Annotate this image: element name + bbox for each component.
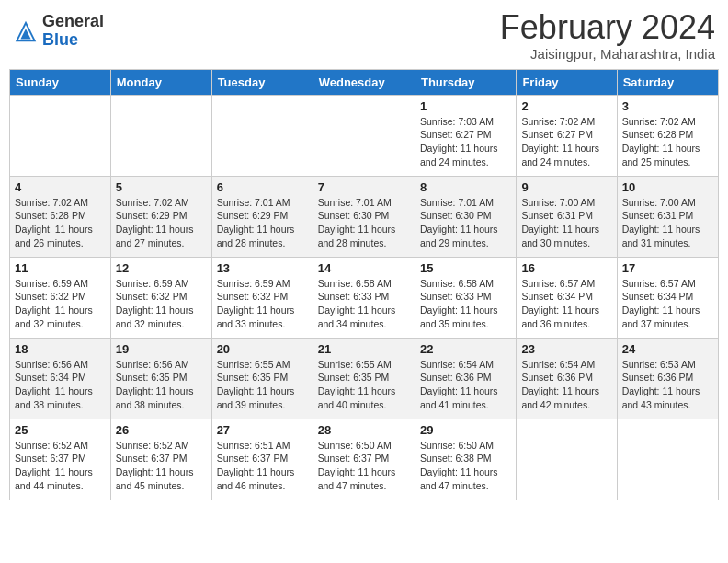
day-info: Sunrise: 7:00 AMSunset: 6:31 PMDaylight:… — [521, 196, 611, 250]
day-info: Sunrise: 7:01 AMSunset: 6:29 PMDaylight:… — [217, 196, 308, 250]
day-info: Sunrise: 6:56 AMSunset: 6:34 PMDaylight:… — [15, 358, 106, 412]
calendar-cell: 18Sunrise: 6:56 AMSunset: 6:34 PMDayligh… — [10, 338, 111, 419]
calendar-cell: 28Sunrise: 6:50 AMSunset: 6:37 PMDayligh… — [313, 419, 415, 500]
day-number: 22 — [420, 342, 511, 356]
calendar-header-row: SundayMondayTuesdayWednesdayThursdayFrid… — [10, 69, 719, 95]
calendar-cell: 27Sunrise: 6:51 AMSunset: 6:37 PMDayligh… — [211, 419, 313, 500]
calendar-cell: 16Sunrise: 6:57 AMSunset: 6:34 PMDayligh… — [517, 257, 617, 338]
day-info: Sunrise: 6:54 AMSunset: 6:36 PMDaylight:… — [420, 358, 511, 412]
day-info: Sunrise: 6:55 AMSunset: 6:35 PMDaylight:… — [217, 358, 308, 412]
calendar-week-row: 18Sunrise: 6:56 AMSunset: 6:34 PMDayligh… — [10, 338, 719, 419]
day-info: Sunrise: 6:59 AMSunset: 6:32 PMDaylight:… — [217, 277, 308, 331]
day-info: Sunrise: 7:00 AMSunset: 6:31 PMDaylight:… — [622, 196, 713, 250]
calendar-cell: 13Sunrise: 6:59 AMSunset: 6:32 PMDayligh… — [211, 257, 313, 338]
day-info: Sunrise: 6:53 AMSunset: 6:36 PMDaylight:… — [622, 358, 713, 412]
calendar-cell: 6Sunrise: 7:01 AMSunset: 6:29 PMDaylight… — [211, 176, 313, 257]
day-info: Sunrise: 6:59 AMSunset: 6:32 PMDaylight:… — [15, 277, 106, 331]
calendar-cell: 19Sunrise: 6:56 AMSunset: 6:35 PMDayligh… — [110, 338, 211, 419]
day-number: 16 — [521, 261, 611, 275]
calendar-cell: 26Sunrise: 6:52 AMSunset: 6:37 PMDayligh… — [110, 419, 211, 500]
calendar-cell — [617, 419, 718, 500]
month-title: February 2024 — [500, 9, 715, 46]
calendar-cell: 4Sunrise: 7:02 AMSunset: 6:28 PMDaylight… — [10, 176, 111, 257]
weekday-header: Wednesday — [313, 69, 415, 95]
day-info: Sunrise: 6:52 AMSunset: 6:37 PMDaylight:… — [116, 439, 207, 493]
calendar-cell: 14Sunrise: 6:58 AMSunset: 6:33 PMDayligh… — [313, 257, 415, 338]
day-info: Sunrise: 7:02 AMSunset: 6:28 PMDaylight:… — [622, 115, 713, 169]
day-number: 21 — [318, 342, 410, 356]
calendar-week-row: 25Sunrise: 6:52 AMSunset: 6:37 PMDayligh… — [10, 419, 719, 500]
calendar-cell: 25Sunrise: 6:52 AMSunset: 6:37 PMDayligh… — [10, 419, 111, 500]
day-info: Sunrise: 7:02 AMSunset: 6:29 PMDaylight:… — [116, 196, 207, 250]
day-info: Sunrise: 6:50 AMSunset: 6:38 PMDaylight:… — [420, 439, 511, 493]
day-number: 20 — [217, 342, 308, 356]
calendar-cell — [211, 95, 313, 176]
day-number: 10 — [622, 180, 713, 194]
logo: General Blue — [13, 13, 104, 50]
day-info: Sunrise: 6:57 AMSunset: 6:34 PMDaylight:… — [521, 277, 611, 331]
weekday-header: Tuesday — [211, 69, 313, 95]
day-number: 27 — [217, 423, 308, 437]
calendar-cell: 12Sunrise: 6:59 AMSunset: 6:32 PMDayligh… — [110, 257, 211, 338]
calendar-cell: 17Sunrise: 6:57 AMSunset: 6:34 PMDayligh… — [617, 257, 718, 338]
calendar-cell: 11Sunrise: 6:59 AMSunset: 6:32 PMDayligh… — [10, 257, 111, 338]
day-info: Sunrise: 6:57 AMSunset: 6:34 PMDaylight:… — [622, 277, 713, 331]
day-info: Sunrise: 6:50 AMSunset: 6:37 PMDaylight:… — [318, 439, 410, 493]
day-number: 17 — [622, 261, 713, 275]
calendar-cell — [110, 95, 211, 176]
day-info: Sunrise: 6:58 AMSunset: 6:33 PMDaylight:… — [420, 277, 511, 331]
calendar-cell: 10Sunrise: 7:00 AMSunset: 6:31 PMDayligh… — [617, 176, 718, 257]
day-info: Sunrise: 7:03 AMSunset: 6:27 PMDaylight:… — [420, 115, 511, 169]
calendar-cell: 23Sunrise: 6:54 AMSunset: 6:36 PMDayligh… — [517, 338, 617, 419]
day-number: 19 — [116, 342, 207, 356]
weekday-header: Monday — [110, 69, 211, 95]
weekday-header: Friday — [517, 69, 617, 95]
calendar-cell: 24Sunrise: 6:53 AMSunset: 6:36 PMDayligh… — [617, 338, 718, 419]
day-number: 11 — [15, 261, 106, 275]
day-number: 18 — [15, 342, 106, 356]
calendar-cell: 29Sunrise: 6:50 AMSunset: 6:38 PMDayligh… — [415, 419, 516, 500]
day-number: 8 — [420, 180, 511, 194]
day-info: Sunrise: 6:55 AMSunset: 6:35 PMDaylight:… — [318, 358, 410, 412]
day-number: 3 — [622, 99, 713, 113]
weekday-header: Sunday — [10, 69, 111, 95]
calendar-table: SundayMondayTuesdayWednesdayThursdayFrid… — [9, 69, 719, 500]
logo-blue-text: Blue — [42, 31, 104, 50]
day-info: Sunrise: 7:01 AMSunset: 6:30 PMDaylight:… — [420, 196, 511, 250]
day-info: Sunrise: 6:52 AMSunset: 6:37 PMDaylight:… — [15, 439, 106, 493]
day-number: 1 — [420, 99, 511, 113]
calendar-cell: 15Sunrise: 6:58 AMSunset: 6:33 PMDayligh… — [415, 257, 516, 338]
day-number: 14 — [318, 261, 410, 275]
calendar-week-row: 1Sunrise: 7:03 AMSunset: 6:27 PMDaylight… — [10, 95, 719, 176]
calendar-cell: 20Sunrise: 6:55 AMSunset: 6:35 PMDayligh… — [211, 338, 313, 419]
logo-general-text: General — [42, 13, 104, 31]
day-info: Sunrise: 6:58 AMSunset: 6:33 PMDaylight:… — [318, 277, 410, 331]
day-info: Sunrise: 6:51 AMSunset: 6:37 PMDaylight:… — [217, 439, 308, 493]
day-number: 9 — [521, 180, 611, 194]
day-number: 15 — [420, 261, 511, 275]
day-info: Sunrise: 7:02 AMSunset: 6:27 PMDaylight:… — [521, 115, 611, 169]
day-info: Sunrise: 6:54 AMSunset: 6:36 PMDaylight:… — [521, 358, 611, 412]
logo-icon — [13, 18, 39, 44]
day-number: 4 — [15, 180, 106, 194]
calendar-cell — [313, 95, 415, 176]
day-info: Sunrise: 6:59 AMSunset: 6:32 PMDaylight:… — [116, 277, 207, 331]
weekday-header: Saturday — [617, 69, 718, 95]
day-info: Sunrise: 6:56 AMSunset: 6:35 PMDaylight:… — [116, 358, 207, 412]
calendar-body: 1Sunrise: 7:03 AMSunset: 6:27 PMDaylight… — [10, 95, 719, 500]
day-number: 6 — [217, 180, 308, 194]
calendar-cell: 1Sunrise: 7:03 AMSunset: 6:27 PMDaylight… — [415, 95, 516, 176]
calendar-cell: 22Sunrise: 6:54 AMSunset: 6:36 PMDayligh… — [415, 338, 516, 419]
day-number: 25 — [15, 423, 106, 437]
day-number: 23 — [521, 342, 611, 356]
day-info: Sunrise: 7:01 AMSunset: 6:30 PMDaylight:… — [318, 196, 410, 250]
day-number: 29 — [420, 423, 511, 437]
day-number: 12 — [116, 261, 207, 275]
calendar-cell: 21Sunrise: 6:55 AMSunset: 6:35 PMDayligh… — [313, 338, 415, 419]
day-info: Sunrise: 7:02 AMSunset: 6:28 PMDaylight:… — [15, 196, 106, 250]
calendar-cell — [10, 95, 111, 176]
calendar-cell: 9Sunrise: 7:00 AMSunset: 6:31 PMDaylight… — [517, 176, 617, 257]
calendar-cell: 7Sunrise: 7:01 AMSunset: 6:30 PMDaylight… — [313, 176, 415, 257]
title-area: February 2024 Jaisingpur, Maharashtra, I… — [500, 9, 715, 62]
day-number: 13 — [217, 261, 308, 275]
